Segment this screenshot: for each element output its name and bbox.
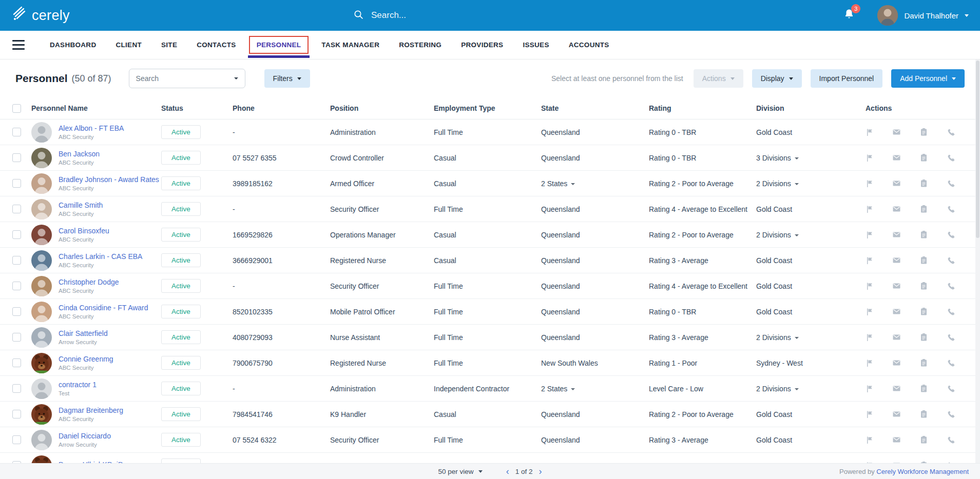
nav-tab-providers[interactable]: PROVIDERS <box>451 31 513 59</box>
flag-icon[interactable] <box>866 256 874 265</box>
flag-icon[interactable] <box>866 128 874 136</box>
mail-icon[interactable] <box>892 128 901 136</box>
clipboard-icon[interactable] <box>919 179 928 188</box>
vertical-scrollbar[interactable] <box>975 59 980 463</box>
row-checkbox[interactable] <box>12 153 21 162</box>
per-page-selector[interactable]: 50 per view <box>438 468 483 475</box>
nav-tab-contacts[interactable]: CONTACTS <box>187 31 245 59</box>
mail-icon[interactable] <box>892 333 901 342</box>
division-cell[interactable]: 2 Divisions <box>756 333 866 342</box>
cerely-logo[interactable]: cerely <box>11 6 70 25</box>
mail-icon[interactable] <box>892 153 901 162</box>
phone-icon[interactable] <box>947 128 955 136</box>
nav-tab-accounts[interactable]: ACCOUNTS <box>559 31 619 59</box>
powered-by-link[interactable]: Cerely Workforce Management <box>876 468 969 475</box>
nav-tab-personnel[interactable]: PERSONNEL <box>246 31 312 59</box>
personnel-name-link[interactable]: Charles Larkin - CAS EBA <box>59 252 142 261</box>
mail-icon[interactable] <box>892 230 901 239</box>
filters-button[interactable]: Filters <box>264 69 310 88</box>
division-cell[interactable]: 2 Divisions <box>756 385 866 393</box>
user-avatar[interactable] <box>877 5 898 26</box>
state-cell[interactable]: 2 States <box>541 385 649 393</box>
phone-icon[interactable] <box>947 384 955 393</box>
user-name[interactable]: David Thalhofer <box>904 11 958 20</box>
flag-icon[interactable] <box>866 179 874 188</box>
state-cell[interactable]: 2 States <box>541 179 649 188</box>
nav-tab-issues[interactable]: ISSUES <box>513 31 559 59</box>
select-all-checkbox[interactable] <box>12 104 21 113</box>
personnel-name-link[interactable]: Alex Albon - FT EBA <box>59 124 124 133</box>
flag-icon[interactable] <box>866 308 874 316</box>
actions-button[interactable]: Actions <box>694 69 743 88</box>
personnel-name-link[interactable]: Dagmar Breitenberg <box>59 406 123 415</box>
row-checkbox[interactable] <box>12 205 21 213</box>
phone-icon[interactable] <box>947 333 955 342</box>
clipboard-icon[interactable] <box>919 205 928 213</box>
personnel-name-link[interactable]: Bradley Johnson - Award Rates <box>59 175 156 184</box>
hamburger-menu-icon[interactable] <box>12 40 25 50</box>
flag-icon[interactable] <box>866 436 874 444</box>
mail-icon[interactable] <box>892 307 901 316</box>
clipboard-icon[interactable] <box>919 307 928 316</box>
clipboard-icon[interactable] <box>919 282 928 290</box>
global-search-input[interactable] <box>371 10 515 21</box>
phone-icon[interactable] <box>947 230 955 239</box>
row-checkbox[interactable] <box>12 410 21 418</box>
row-checkbox[interactable] <box>12 128 21 136</box>
flag-icon[interactable] <box>866 231 874 239</box>
personnel-name-link[interactable]: Carol Binsoxfeu <box>59 227 109 235</box>
personnel-search-input[interactable] <box>136 74 234 83</box>
mail-icon[interactable] <box>892 282 901 290</box>
row-checkbox[interactable] <box>12 230 21 239</box>
scrollbar-thumb[interactable] <box>976 61 979 238</box>
nav-tab-site[interactable]: SITE <box>151 31 187 59</box>
flag-icon[interactable] <box>866 385 874 393</box>
personnel-name-link[interactable]: Cinda Considine - FT Award <box>59 304 148 312</box>
add-personnel-button[interactable]: Add Personnel <box>891 69 965 88</box>
division-cell[interactable]: 3 Divisions <box>756 154 866 162</box>
phone-icon[interactable] <box>947 410 955 418</box>
phone-icon[interactable] <box>947 282 955 290</box>
personnel-name-link[interactable]: Clair Satterfield <box>59 329 108 338</box>
phone-icon[interactable] <box>947 153 955 162</box>
phone-icon[interactable] <box>947 358 955 367</box>
clipboard-icon[interactable] <box>919 410 928 418</box>
mail-icon[interactable] <box>892 256 901 265</box>
mail-icon[interactable] <box>892 410 901 418</box>
row-checkbox[interactable] <box>12 333 21 342</box>
import-personnel-button[interactable]: Import Personnel <box>811 69 883 88</box>
row-checkbox[interactable] <box>12 256 21 265</box>
nav-tab-dashboard[interactable]: DASHBOARD <box>40 31 106 59</box>
row-checkbox[interactable] <box>12 307 21 316</box>
mail-icon[interactable] <box>892 358 901 367</box>
phone-icon[interactable] <box>947 435 955 444</box>
display-button[interactable]: Display <box>752 69 802 88</box>
personnel-name-link[interactable]: Camille Smith <box>59 201 103 210</box>
personnel-name-link[interactable]: Connie Greenmg <box>59 355 113 364</box>
clipboard-icon[interactable] <box>919 256 928 265</box>
clipboard-icon[interactable] <box>919 230 928 239</box>
phone-icon[interactable] <box>947 307 955 316</box>
division-cell[interactable]: 2 Divisions <box>756 179 866 188</box>
phone-icon[interactable] <box>947 179 955 188</box>
user-menu-caret-icon[interactable] <box>965 14 969 17</box>
clipboard-icon[interactable] <box>919 358 928 367</box>
flag-icon[interactable] <box>866 154 874 162</box>
phone-icon[interactable] <box>947 256 955 265</box>
personnel-name-link[interactable]: Ben Jackson <box>59 150 100 158</box>
personnel-name-link[interactable]: Christopher Dodge <box>59 278 119 287</box>
clipboard-icon[interactable] <box>919 333 928 342</box>
mail-icon[interactable] <box>892 435 901 444</box>
division-cell[interactable]: 2 Divisions <box>756 231 866 239</box>
clipboard-icon[interactable] <box>919 384 928 393</box>
notifications-button[interactable]: 3 <box>843 8 855 23</box>
personnel-name-link[interactable]: Daniel Ricciardo <box>59 432 111 441</box>
mail-icon[interactable] <box>892 205 901 213</box>
nav-tab-rostering[interactable]: ROSTERING <box>389 31 451 59</box>
flag-icon[interactable] <box>866 282 874 290</box>
flag-icon[interactable] <box>866 333 874 342</box>
clipboard-icon[interactable] <box>919 128 928 136</box>
flag-icon[interactable] <box>866 410 874 418</box>
flag-icon[interactable] <box>866 205 874 213</box>
row-checkbox[interactable] <box>12 282 21 290</box>
